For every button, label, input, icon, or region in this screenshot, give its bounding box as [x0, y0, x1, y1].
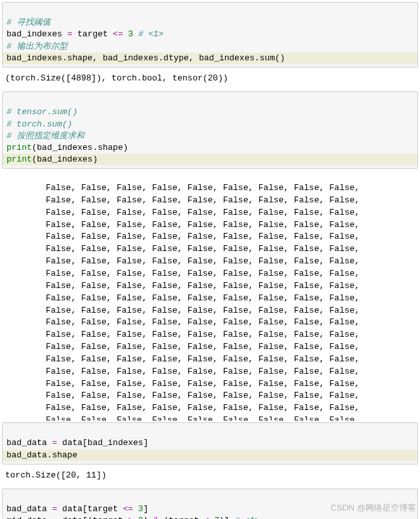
cell-1-output: (torch.Size([4898]), torch.bool, tensor(… [0, 67, 420, 90]
code-line: bad_data.shape [3, 450, 417, 461]
comment: # 输出为布尔型 [6, 42, 68, 51]
code-line: bad_indexes.shape, bad_indexes.dtype, ba… [3, 53, 417, 64]
output-row: False, False, False, False, False, False… [5, 293, 360, 303]
output-row: False, False, False, False, False, False… [5, 232, 360, 241]
output-row: False, False, False, False, False, False… [5, 342, 360, 352]
code-cell-2[interactable]: # tensor.sum() # torch.sum() # 按照指定维度求和 … [2, 91, 418, 169]
output-row: False, False, False, False, False, False… [5, 379, 360, 389]
cell-2-output[interactable]: False, False, False, False, False, False… [0, 169, 420, 420]
code-line: bad_data = data[target <= 3] [6, 504, 148, 514]
output-row: False, False, False, False, False, False… [5, 256, 360, 266]
output-row: False, False, False, False, False, False… [5, 244, 360, 254]
output-row: False, False, False, False, False, False… [5, 367, 360, 376]
output-row: False, False, False, False, False, False… [5, 415, 360, 420]
code-cell-3[interactable]: bad_data = data[bad_indexes] bad_data.sh… [2, 422, 418, 465]
code-line: print(bad_indexes) [3, 154, 417, 165]
output-row: False, False, False, False, False, False… [5, 330, 360, 339]
output-row: False, False, False, False, False, False… [5, 281, 360, 291]
comment: # 按照指定维度求和 [6, 131, 84, 141]
output-row: False, False, False, False, False, False… [5, 208, 360, 217]
output-row: False, False, False, False, False, False… [5, 403, 360, 413]
output-row: False, False, False, False, False, False… [5, 306, 360, 315]
output-row: False, False, False, False, False, False… [5, 317, 360, 327]
code-line: bad_data = data[bad_indexes] [6, 438, 148, 448]
code-cell-1[interactable]: # 寻找阈值 bad_indexes = target <= 3 # <1> #… [2, 2, 418, 67]
code-line: mid_data = data[(target > 3) & (target <… [6, 516, 260, 519]
output-row: False, False, False, False, False, False… [5, 269, 360, 278]
watermark: CSDN @网络星空博客 [330, 502, 416, 514]
code-line: bad_indexes = target <= 3 # <1> [6, 29, 164, 39]
cell-3-output: torch.Size([20, 11]) [0, 465, 420, 487]
output-row: False, False, False, False, False, False… [5, 220, 360, 230]
output-row: False, False, False, False, False, False… [5, 354, 360, 364]
comment: # torch.sum() [6, 119, 72, 129]
code-line: print(bad_indexes.shape) [6, 143, 128, 152]
output-row: False, False, False, False, False, False… [5, 391, 360, 400]
comment: # tensor.sum() [6, 107, 77, 117]
output-row: False, False, False, False, False, False… [5, 195, 360, 205]
output-row: False, False, False, False, False, False… [5, 183, 360, 193]
comment: # 寻找阈值 [6, 18, 51, 27]
